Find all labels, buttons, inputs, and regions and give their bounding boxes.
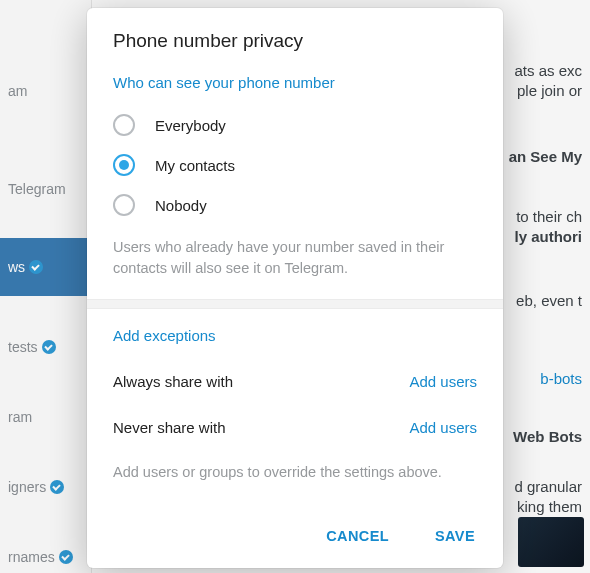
always-share-row: Always share with Add users bbox=[113, 358, 477, 404]
radio-label: Everybody bbox=[155, 117, 226, 134]
radio-label: My contacts bbox=[155, 157, 235, 174]
exceptions-label: Add exceptions bbox=[113, 327, 477, 344]
never-share-row: Never share with Add users bbox=[113, 404, 477, 450]
radio-label: Nobody bbox=[155, 197, 207, 214]
always-share-add-users[interactable]: Add users bbox=[409, 373, 477, 390]
section-divider bbox=[87, 299, 503, 309]
radio-icon bbox=[113, 114, 135, 136]
radio-everybody[interactable]: Everybody bbox=[113, 105, 477, 145]
radio-nobody[interactable]: Nobody bbox=[113, 185, 477, 225]
modal-footer: CANCEL SAVE bbox=[87, 508, 503, 568]
radio-icon bbox=[113, 194, 135, 216]
modal-title: Phone number privacy bbox=[113, 30, 477, 52]
never-share-add-users[interactable]: Add users bbox=[409, 419, 477, 436]
save-button[interactable]: SAVE bbox=[427, 522, 483, 550]
radio-my-contacts[interactable]: My contacts bbox=[113, 145, 477, 185]
who-can-see-label: Who can see your phone number bbox=[113, 74, 477, 91]
privacy-modal: Phone number privacy Who can see your ph… bbox=[87, 8, 503, 568]
always-share-label: Always share with bbox=[113, 373, 233, 390]
exceptions-hint: Add users or groups to override the sett… bbox=[113, 462, 477, 483]
never-share-label: Never share with bbox=[113, 419, 226, 436]
modal-overlay: Phone number privacy Who can see your ph… bbox=[0, 0, 590, 573]
cancel-button[interactable]: CANCEL bbox=[318, 522, 397, 550]
who-hint: Users who already have your number saved… bbox=[113, 237, 477, 279]
radio-icon bbox=[113, 154, 135, 176]
